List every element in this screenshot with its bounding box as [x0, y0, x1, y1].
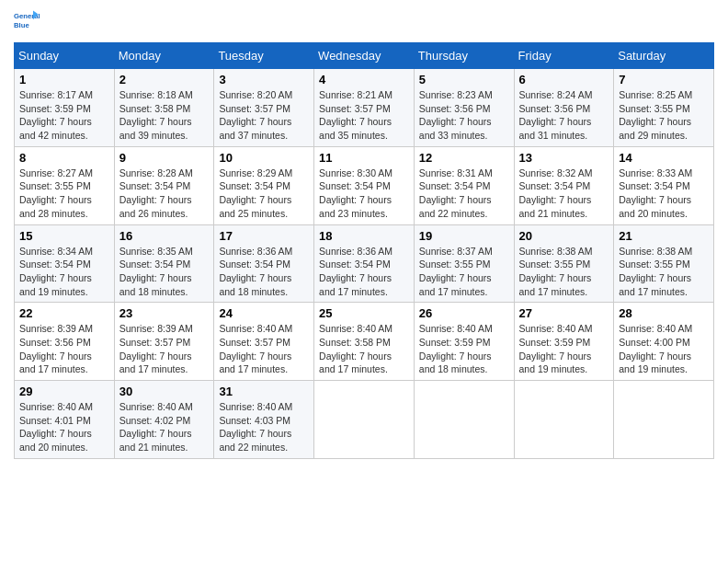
calendar-cell: 11 Sunrise: 8:30 AMSunset: 3:54 PMDaylig…: [314, 146, 415, 224]
day-number: 27: [519, 306, 609, 320]
day-info: Sunrise: 8:38 AMSunset: 3:55 PMDaylight:…: [619, 246, 692, 297]
day-number: 5: [419, 73, 509, 86]
calendar-cell: 8 Sunrise: 8:27 AMSunset: 3:55 PMDayligh…: [15, 146, 115, 224]
calendar-cell: [514, 381, 614, 459]
day-info: Sunrise: 8:24 AMSunset: 3:56 PMDaylight:…: [519, 89, 593, 141]
calendar-cell: 24 Sunrise: 8:40 AMSunset: 3:57 PMDaylig…: [214, 303, 314, 381]
day-number: 7: [619, 73, 709, 86]
day-number: 24: [219, 306, 309, 320]
day-info: Sunrise: 8:40 AMSunset: 3:57 PMDaylight:…: [219, 323, 292, 374]
calendar-cell: 23 Sunrise: 8:39 AMSunset: 3:57 PMDaylig…: [114, 303, 214, 381]
day-number: 25: [319, 306, 409, 320]
day-number: 31: [219, 385, 309, 398]
day-number: 3: [219, 73, 309, 86]
calendar-cell: 16 Sunrise: 8:35 AMSunset: 3:54 PMDaylig…: [114, 224, 214, 303]
day-info: Sunrise: 8:40 AMSunset: 4:00 PMDaylight:…: [619, 323, 692, 374]
day-info: Sunrise: 8:38 AMSunset: 3:55 PMDaylight:…: [519, 246, 593, 297]
calendar-cell: 25 Sunrise: 8:40 AMSunset: 3:58 PMDaylig…: [314, 303, 415, 381]
calendar-cell: 7 Sunrise: 8:25 AMSunset: 3:55 PMDayligh…: [614, 69, 714, 147]
calendar-cell: 10 Sunrise: 8:29 AMSunset: 3:54 PMDaylig…: [214, 146, 314, 224]
day-info: Sunrise: 8:27 AMSunset: 3:55 PMDaylight:…: [19, 167, 93, 219]
calendar-cell: 4 Sunrise: 8:21 AMSunset: 3:57 PMDayligh…: [314, 69, 415, 147]
day-number: 11: [319, 151, 409, 165]
day-info: Sunrise: 8:39 AMSunset: 3:56 PMDaylight:…: [19, 323, 93, 374]
day-info: Sunrise: 8:36 AMSunset: 3:54 PMDaylight:…: [319, 246, 392, 297]
calendar-cell: 21 Sunrise: 8:38 AMSunset: 3:55 PMDaylig…: [614, 224, 714, 303]
day-number: 9: [119, 151, 210, 165]
calendar-cell: 22 Sunrise: 8:39 AMSunset: 3:56 PMDaylig…: [15, 303, 115, 381]
calendar-cell: 30 Sunrise: 8:40 AMSunset: 4:02 PMDaylig…: [114, 381, 214, 459]
day-number: 14: [619, 151, 709, 165]
calendar-week-row: 1 Sunrise: 8:17 AMSunset: 3:59 PMDayligh…: [15, 69, 714, 147]
calendar-cell: [314, 381, 415, 459]
day-info: Sunrise: 8:39 AMSunset: 3:57 PMDaylight:…: [119, 323, 193, 374]
day-number: 6: [519, 73, 609, 86]
calendar-cell: [414, 381, 514, 459]
day-number: 20: [519, 229, 609, 243]
day-info: Sunrise: 8:28 AMSunset: 3:54 PMDaylight:…: [119, 167, 193, 219]
day-number: 28: [619, 306, 709, 320]
day-info: Sunrise: 8:40 AMSunset: 3:59 PMDaylight:…: [519, 323, 593, 374]
calendar-cell: 5 Sunrise: 8:23 AMSunset: 3:56 PMDayligh…: [414, 69, 514, 147]
day-info: Sunrise: 8:31 AMSunset: 3:54 PMDaylight:…: [419, 167, 493, 219]
weekday-header: Monday: [114, 43, 214, 69]
calendar-week-row: 29 Sunrise: 8:40 AMSunset: 4:01 PMDaylig…: [15, 381, 714, 459]
calendar-cell: 13 Sunrise: 8:32 AMSunset: 3:54 PMDaylig…: [514, 146, 614, 224]
calendar-cell: 3 Sunrise: 8:20 AMSunset: 3:57 PMDayligh…: [214, 69, 314, 147]
day-number: 15: [19, 229, 109, 243]
day-info: Sunrise: 8:40 AMSunset: 4:02 PMDaylight:…: [119, 401, 193, 453]
calendar-cell: 14 Sunrise: 8:33 AMSunset: 3:54 PMDaylig…: [614, 146, 714, 224]
day-info: Sunrise: 8:18 AMSunset: 3:58 PMDaylight:…: [119, 89, 193, 141]
calendar-cell: 28 Sunrise: 8:40 AMSunset: 4:00 PMDaylig…: [614, 303, 714, 381]
day-info: Sunrise: 8:34 AMSunset: 3:54 PMDaylight:…: [19, 246, 93, 297]
weekday-header: Saturday: [614, 43, 714, 69]
day-number: 16: [119, 229, 210, 243]
day-info: Sunrise: 8:23 AMSunset: 3:56 PMDaylight:…: [419, 89, 493, 141]
calendar-cell: 19 Sunrise: 8:37 AMSunset: 3:55 PMDaylig…: [414, 224, 514, 303]
calendar-week-row: 15 Sunrise: 8:34 AMSunset: 3:54 PMDaylig…: [15, 224, 714, 303]
day-info: Sunrise: 8:36 AMSunset: 3:54 PMDaylight:…: [219, 246, 292, 297]
calendar-cell: 18 Sunrise: 8:36 AMSunset: 3:54 PMDaylig…: [314, 224, 415, 303]
logo: General Blue: [14, 9, 40, 35]
day-number: 8: [19, 151, 109, 165]
day-info: Sunrise: 8:40 AMSunset: 3:59 PMDaylight:…: [419, 323, 493, 374]
day-number: 21: [619, 229, 709, 243]
calendar-cell: 31 Sunrise: 8:40 AMSunset: 4:03 PMDaylig…: [214, 381, 314, 459]
day-info: Sunrise: 8:21 AMSunset: 3:57 PMDaylight:…: [319, 89, 392, 141]
logo-icon: General Blue: [14, 9, 40, 35]
day-number: 1: [19, 73, 109, 86]
page-header: General Blue: [14, 9, 714, 35]
calendar-cell: 1 Sunrise: 8:17 AMSunset: 3:59 PMDayligh…: [15, 69, 115, 147]
day-number: 13: [519, 151, 609, 165]
day-info: Sunrise: 8:32 AMSunset: 3:54 PMDaylight:…: [519, 167, 593, 219]
weekday-header: Wednesday: [314, 43, 415, 69]
day-info: Sunrise: 8:33 AMSunset: 3:54 PMDaylight:…: [619, 167, 692, 219]
calendar-cell: 20 Sunrise: 8:38 AMSunset: 3:55 PMDaylig…: [514, 224, 614, 303]
day-info: Sunrise: 8:40 AMSunset: 4:03 PMDaylight:…: [219, 401, 292, 453]
day-info: Sunrise: 8:40 AMSunset: 3:58 PMDaylight:…: [319, 323, 392, 374]
day-number: 29: [19, 385, 109, 398]
calendar-cell: 27 Sunrise: 8:40 AMSunset: 3:59 PMDaylig…: [514, 303, 614, 381]
weekday-header: Tuesday: [214, 43, 314, 69]
calendar-cell: 17 Sunrise: 8:36 AMSunset: 3:54 PMDaylig…: [214, 224, 314, 303]
calendar-cell: [614, 381, 714, 459]
weekday-header: Sunday: [15, 43, 115, 69]
day-number: 18: [319, 229, 409, 243]
day-info: Sunrise: 8:37 AMSunset: 3:55 PMDaylight:…: [419, 246, 493, 297]
day-info: Sunrise: 8:40 AMSunset: 4:01 PMDaylight:…: [19, 401, 93, 453]
day-info: Sunrise: 8:20 AMSunset: 3:57 PMDaylight:…: [219, 89, 292, 141]
day-info: Sunrise: 8:35 AMSunset: 3:54 PMDaylight:…: [119, 246, 193, 297]
calendar-cell: 9 Sunrise: 8:28 AMSunset: 3:54 PMDayligh…: [114, 146, 214, 224]
day-number: 17: [219, 229, 309, 243]
calendar-cell: 26 Sunrise: 8:40 AMSunset: 3:59 PMDaylig…: [414, 303, 514, 381]
weekday-header: Thursday: [414, 43, 514, 69]
calendar-cell: 2 Sunrise: 8:18 AMSunset: 3:58 PMDayligh…: [114, 69, 214, 147]
calendar-week-row: 22 Sunrise: 8:39 AMSunset: 3:56 PMDaylig…: [15, 303, 714, 381]
day-number: 2: [119, 73, 210, 86]
day-info: Sunrise: 8:29 AMSunset: 3:54 PMDaylight:…: [219, 167, 292, 219]
day-number: 19: [419, 229, 509, 243]
weekday-header: Friday: [514, 43, 614, 69]
day-info: Sunrise: 8:25 AMSunset: 3:55 PMDaylight:…: [619, 89, 692, 141]
calendar-week-row: 8 Sunrise: 8:27 AMSunset: 3:55 PMDayligh…: [15, 146, 714, 224]
calendar-cell: 12 Sunrise: 8:31 AMSunset: 3:54 PMDaylig…: [414, 146, 514, 224]
